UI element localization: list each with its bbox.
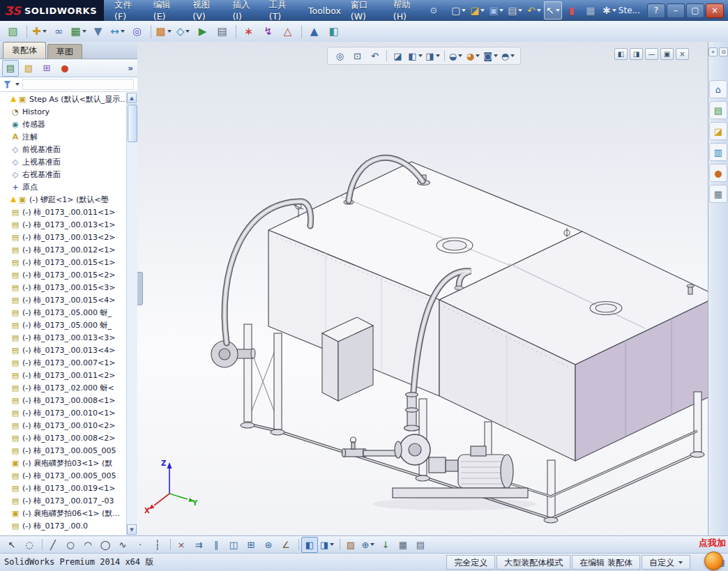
tree-item[interactable]: ▤ (-) 柿_0173_.00.013<2> bbox=[1, 231, 127, 243]
tree-item[interactable]: ▤ (-) 柿_0173_.00.010<1> bbox=[1, 406, 127, 419]
tree-item[interactable]: ▤ (-) 柿_0173_.05.000 蚜_ bbox=[1, 319, 127, 331]
tree-item[interactable]: ▤ (-) 柿_0173_.00.015<4> bbox=[1, 294, 127, 306]
view-settings-icon[interactable]: ◓ bbox=[500, 49, 516, 63]
linear-component-pattern-icon[interactable]: ▦ bbox=[69, 22, 88, 41]
tree-item[interactable]: ▤ (-) 柿_0173_.00.008<1> bbox=[1, 394, 127, 406]
panel-splitter-handle[interactable] bbox=[137, 272, 143, 305]
linear-sketch-pattern-icon[interactable]: ⊞ bbox=[243, 537, 259, 553]
status-segment[interactable]: 大型装配体模式 bbox=[496, 555, 570, 570]
graphics-area[interactable]: Z X Y ◎ ⊡ ↶ bbox=[137, 42, 708, 535]
tree-item[interactable]: ▤ (-) 柿_0173_.00.007<1> bbox=[1, 356, 127, 369]
tree-item[interactable]: ▤ (-) 柿_0173_.00.010<2> bbox=[1, 419, 127, 432]
tree-item[interactable]: ▤ (-) 柿_0173_.00.008<2> bbox=[1, 432, 127, 444]
status-segment[interactable]: 完全定义 bbox=[446, 555, 495, 570]
instant-3d-icon[interactable]: ◧ bbox=[324, 22, 343, 41]
select-cursor-icon[interactable]: ↖ bbox=[544, 1, 562, 20]
assembly-visualization-icon[interactable]: ▲ bbox=[305, 22, 324, 41]
tree-item[interactable]: ▤ (-) 柿_0173_.00.011<2> bbox=[1, 369, 127, 381]
move-component-icon[interactable]: ↔ bbox=[108, 22, 127, 41]
view-cube-menu-icon[interactable]: ◨ bbox=[319, 537, 335, 553]
close-document-icon[interactable]: × bbox=[676, 48, 689, 60]
tree-item-origin[interactable]: + 原点 bbox=[1, 181, 127, 193]
mate-icon[interactable]: ∞ bbox=[50, 22, 68, 41]
tab-assembly[interactable]: 装配体 bbox=[3, 42, 46, 59]
restore-document-icon[interactable]: ▣ bbox=[660, 48, 674, 60]
zoom-fit-icon[interactable]: ◎ bbox=[332, 49, 348, 63]
minimize-document-icon[interactable]: — bbox=[645, 48, 658, 60]
zoom-area-icon[interactable]: ⊡ bbox=[349, 49, 365, 63]
featuremanager-tree-tab[interactable]: ▤ bbox=[2, 60, 19, 77]
tree-item[interactable]: ▣ (-) 锣跹<1> (默认<璺 bbox=[1, 193, 127, 206]
display-style-icon[interactable]: ◨ bbox=[425, 49, 441, 63]
status-segment[interactable]: 自定义 bbox=[642, 555, 690, 570]
tree-item[interactable]: ▤ (-) 柿_0173_.00.013<3> bbox=[1, 331, 127, 344]
circle-tool-icon[interactable]: ○ bbox=[62, 537, 79, 553]
chevron-down-icon[interactable] bbox=[15, 83, 20, 86]
table-tool-icon[interactable]: ▤ bbox=[412, 537, 429, 553]
options-icon[interactable]: ✱ bbox=[600, 1, 619, 20]
view-orientation-icon[interactable]: ◧ bbox=[407, 49, 423, 63]
file-properties-icon[interactable]: ▦ bbox=[582, 1, 600, 20]
tree-item[interactable]: ▤ (-) 柿_0173_.00.017_-03 bbox=[1, 494, 127, 507]
open-icon[interactable]: ◪ bbox=[469, 1, 487, 20]
tree-item-top-plane[interactable]: ◇ 上视基准面 bbox=[1, 155, 127, 168]
reference-geometry-icon[interactable]: ◇ bbox=[174, 22, 192, 41]
hide-show-items-icon[interactable]: ◒ bbox=[448, 49, 464, 63]
model-3d-view[interactable]: Z X Y bbox=[137, 42, 708, 535]
undo-icon[interactable]: ↶ bbox=[525, 1, 543, 20]
sketch-picture-icon[interactable]: ▨ bbox=[342, 537, 359, 553]
filter-input[interactable] bbox=[22, 79, 134, 90]
view-palette-icon[interactable]: ▥ bbox=[709, 143, 727, 161]
close-button[interactable]: × bbox=[706, 3, 724, 18]
assembly-features-icon[interactable]: ▩ bbox=[154, 22, 173, 41]
offset-entities-icon[interactable]: ∥ bbox=[208, 537, 225, 553]
tree-item[interactable]: ▤ (-) 柿_0173_.00.019<1> bbox=[1, 482, 127, 494]
tree-item[interactable]: ▤ (-) 柿_0173_.00.012<1> bbox=[1, 243, 127, 256]
status-segment[interactable]: 在编辑 装配体 bbox=[572, 555, 640, 570]
show-hidden-components-icon[interactable]: ◎ bbox=[128, 22, 146, 41]
ellipse-tool-icon[interactable]: ◯ bbox=[97, 537, 114, 553]
solidworks-resources-icon[interactable]: ⌂ bbox=[709, 80, 727, 98]
insert-components-icon[interactable]: ✚ bbox=[30, 22, 49, 41]
overflow-chevron-icon[interactable]: » bbox=[128, 63, 133, 73]
rebuild-icon[interactable]: ▮ bbox=[563, 1, 581, 20]
select-tool-icon[interactable]: ↖ bbox=[3, 537, 20, 553]
tree-item-assembly-root[interactable]: ▣ Step As (默认<默认_显示… bbox=[1, 93, 127, 105]
configurationmanager-tab[interactable]: ⊞ bbox=[38, 60, 55, 77]
previous-view-icon[interactable]: ↶ bbox=[367, 49, 383, 63]
centerline-tool-icon[interactable]: ┆ bbox=[149, 537, 166, 553]
convert-entities-icon[interactable]: ⇉ bbox=[190, 537, 207, 553]
tree-item[interactable]: ▤ (-) 柿_0173_.00.011<1> bbox=[1, 206, 127, 218]
apply-scene-icon[interactable]: ◙ bbox=[483, 49, 499, 63]
tree-item[interactable]: ▤ (-) 柿_0173_.02.000 蚜< bbox=[1, 381, 127, 394]
quick-snaps-icon[interactable]: ⊕ bbox=[360, 537, 377, 553]
task-pane-pin-icon[interactable]: ⊙ bbox=[719, 47, 728, 56]
tree-item[interactable]: ▣ (-) 襄疱礴梦拍03<1> (默 bbox=[1, 457, 127, 469]
exploded-view-icon[interactable]: ∗ bbox=[239, 22, 258, 41]
line-tool-icon[interactable]: ╱ bbox=[45, 537, 61, 553]
tab-sketch[interactable]: 草图 bbox=[47, 44, 82, 59]
spline-tool-icon[interactable]: ∿ bbox=[114, 537, 131, 553]
pane-split-left-icon[interactable]: ◧ bbox=[614, 48, 628, 60]
scroll-up-icon[interactable]: ▲ bbox=[127, 93, 137, 103]
displaymanager-tab[interactable]: ● bbox=[56, 60, 73, 77]
custom-properties-icon[interactable]: ▦ bbox=[709, 185, 727, 203]
tree-item[interactable]: ▤ (-) 柿_0173_.00.005_005 bbox=[1, 444, 127, 457]
tree-item[interactable]: ▣ (-) 襄疱礴梦拍06<1> (默… bbox=[1, 507, 127, 519]
tree-item-right-plane[interactable]: ◇ 右视基准面 bbox=[1, 168, 127, 181]
menu-item[interactable]: Toolbox bbox=[303, 3, 346, 19]
smart-fasteners-icon[interactable]: ▼ bbox=[89, 22, 107, 41]
tree-scrollbar[interactable]: ▲ ▼ bbox=[126, 93, 137, 535]
mirror-entities-icon[interactable]: ◫ bbox=[225, 537, 242, 553]
circular-sketch-pattern-icon[interactable]: ⊛ bbox=[260, 537, 277, 553]
view-cube-icon[interactable]: ◧ bbox=[301, 537, 318, 553]
grid-settings-icon[interactable]: ▦ bbox=[395, 537, 411, 553]
tree-item[interactable]: ▤ (-) 柿_0173_.00.015<2> bbox=[1, 268, 127, 281]
design-library-icon[interactable]: ▤ bbox=[709, 101, 727, 119]
lasso-select-icon[interactable]: ◌ bbox=[21, 537, 38, 553]
maximize-button[interactable]: ▢ bbox=[686, 3, 704, 18]
new-motion-study-icon[interactable]: ▶ bbox=[193, 22, 212, 41]
edit-appearance-icon[interactable]: ◕ bbox=[465, 49, 481, 63]
tree-item[interactable]: ▤ (-) 柿_0173_.00.015<3> bbox=[1, 281, 127, 294]
smart-dimension-icon[interactable]: ∠ bbox=[278, 537, 294, 553]
